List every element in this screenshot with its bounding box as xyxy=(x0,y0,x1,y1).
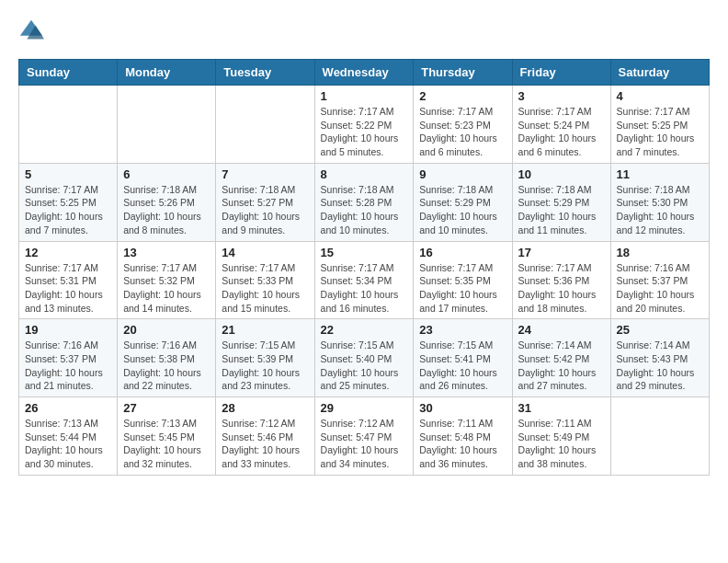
day-number: 9 xyxy=(419,167,506,181)
page-header xyxy=(18,18,710,44)
day-number: 20 xyxy=(123,323,210,337)
day-cell: 6Sunrise: 7:18 AM Sunset: 5:26 PM Daylig… xyxy=(118,163,216,241)
day-info: Sunrise: 7:18 AM Sunset: 5:28 PM Dayligh… xyxy=(321,183,408,237)
day-info: Sunrise: 7:15 AM Sunset: 5:41 PM Dayligh… xyxy=(419,339,506,393)
day-cell: 9Sunrise: 7:18 AM Sunset: 5:29 PM Daylig… xyxy=(414,163,512,241)
day-info: Sunrise: 7:11 AM Sunset: 5:48 PM Dayligh… xyxy=(419,417,506,471)
day-info: Sunrise: 7:17 AM Sunset: 5:34 PM Dayligh… xyxy=(321,261,408,316)
day-cell: 10Sunrise: 7:18 AM Sunset: 5:29 PM Dayli… xyxy=(512,163,610,241)
day-number: 15 xyxy=(321,246,408,259)
day-cell: 22Sunrise: 7:15 AM Sunset: 5:40 PM Dayli… xyxy=(314,319,414,397)
weekday-header-thursday: Thursday xyxy=(414,60,512,86)
day-cell: 26Sunrise: 7:13 AM Sunset: 5:44 PM Dayli… xyxy=(19,397,118,476)
day-cell: 21Sunrise: 7:15 AM Sunset: 5:39 PM Dayli… xyxy=(216,319,314,397)
day-info: Sunrise: 7:15 AM Sunset: 5:39 PM Dayligh… xyxy=(222,339,308,393)
day-number: 7 xyxy=(222,167,308,181)
day-number: 14 xyxy=(222,246,308,259)
day-info: Sunrise: 7:17 AM Sunset: 5:31 PM Dayligh… xyxy=(25,261,111,316)
day-info: Sunrise: 7:17 AM Sunset: 5:25 PM Dayligh… xyxy=(617,105,703,159)
day-cell: 20Sunrise: 7:16 AM Sunset: 5:38 PM Dayli… xyxy=(118,319,216,397)
weekday-header-saturday: Saturday xyxy=(610,60,709,86)
day-cell: 18Sunrise: 7:16 AM Sunset: 5:37 PM Dayli… xyxy=(610,241,709,319)
day-cell xyxy=(118,86,216,164)
weekday-header-wednesday: Wednesday xyxy=(314,60,414,86)
day-cell: 8Sunrise: 7:18 AM Sunset: 5:28 PM Daylig… xyxy=(314,163,414,241)
day-cell: 14Sunrise: 7:17 AM Sunset: 5:33 PM Dayli… xyxy=(216,241,314,319)
day-info: Sunrise: 7:17 AM Sunset: 5:35 PM Dayligh… xyxy=(419,261,506,316)
day-info: Sunrise: 7:16 AM Sunset: 5:38 PM Dayligh… xyxy=(123,339,210,393)
day-info: Sunrise: 7:11 AM Sunset: 5:49 PM Dayligh… xyxy=(518,417,605,471)
day-number: 16 xyxy=(419,246,506,259)
day-number: 24 xyxy=(518,323,605,337)
day-number: 21 xyxy=(222,323,308,337)
logo-icon xyxy=(18,18,44,44)
day-number: 17 xyxy=(518,246,605,259)
day-number: 30 xyxy=(419,401,506,415)
day-number: 10 xyxy=(518,167,605,181)
day-info: Sunrise: 7:18 AM Sunset: 5:29 PM Dayligh… xyxy=(518,183,605,237)
day-number: 29 xyxy=(321,401,408,415)
week-row-1: 1Sunrise: 7:17 AM Sunset: 5:22 PM Daylig… xyxy=(19,86,710,164)
weekday-header-sunday: Sunday xyxy=(19,60,118,86)
day-number: 13 xyxy=(123,246,210,259)
day-number: 22 xyxy=(321,323,408,337)
day-info: Sunrise: 7:15 AM Sunset: 5:40 PM Dayligh… xyxy=(321,339,408,393)
day-cell: 7Sunrise: 7:18 AM Sunset: 5:27 PM Daylig… xyxy=(216,163,314,241)
day-number: 2 xyxy=(419,89,506,103)
day-cell xyxy=(19,86,118,164)
day-cell: 5Sunrise: 7:17 AM Sunset: 5:25 PM Daylig… xyxy=(19,163,118,241)
day-cell: 15Sunrise: 7:17 AM Sunset: 5:34 PM Dayli… xyxy=(314,241,414,319)
day-info: Sunrise: 7:13 AM Sunset: 5:45 PM Dayligh… xyxy=(123,417,210,471)
day-info: Sunrise: 7:18 AM Sunset: 5:27 PM Dayligh… xyxy=(222,183,308,237)
day-cell: 19Sunrise: 7:16 AM Sunset: 5:37 PM Dayli… xyxy=(19,319,118,397)
day-info: Sunrise: 7:17 AM Sunset: 5:23 PM Dayligh… xyxy=(419,105,506,159)
day-info: Sunrise: 7:14 AM Sunset: 5:42 PM Dayligh… xyxy=(518,339,605,393)
day-info: Sunrise: 7:17 AM Sunset: 5:22 PM Dayligh… xyxy=(321,105,408,159)
day-cell: 23Sunrise: 7:15 AM Sunset: 5:41 PM Dayli… xyxy=(414,319,512,397)
day-info: Sunrise: 7:14 AM Sunset: 5:43 PM Dayligh… xyxy=(617,339,703,393)
day-number: 28 xyxy=(222,401,308,415)
day-cell: 11Sunrise: 7:18 AM Sunset: 5:30 PM Dayli… xyxy=(610,163,709,241)
day-info: Sunrise: 7:13 AM Sunset: 5:44 PM Dayligh… xyxy=(25,417,111,471)
day-cell: 1Sunrise: 7:17 AM Sunset: 5:22 PM Daylig… xyxy=(314,86,414,164)
day-info: Sunrise: 7:18 AM Sunset: 5:29 PM Dayligh… xyxy=(419,183,506,237)
day-cell: 31Sunrise: 7:11 AM Sunset: 5:49 PM Dayli… xyxy=(512,397,610,476)
day-info: Sunrise: 7:18 AM Sunset: 5:30 PM Dayligh… xyxy=(617,183,703,237)
weekday-header-monday: Monday xyxy=(118,60,216,86)
day-info: Sunrise: 7:16 AM Sunset: 5:37 PM Dayligh… xyxy=(617,261,703,316)
day-number: 27 xyxy=(123,401,210,415)
weekday-header-tuesday: Tuesday xyxy=(216,60,314,86)
day-number: 18 xyxy=(617,246,703,259)
week-row-2: 5Sunrise: 7:17 AM Sunset: 5:25 PM Daylig… xyxy=(19,163,710,241)
week-row-5: 26Sunrise: 7:13 AM Sunset: 5:44 PM Dayli… xyxy=(19,397,710,476)
day-info: Sunrise: 7:17 AM Sunset: 5:36 PM Dayligh… xyxy=(518,261,605,316)
day-number: 25 xyxy=(617,323,703,337)
day-number: 4 xyxy=(617,89,703,103)
day-info: Sunrise: 7:17 AM Sunset: 5:32 PM Dayligh… xyxy=(123,261,210,316)
week-row-3: 12Sunrise: 7:17 AM Sunset: 5:31 PM Dayli… xyxy=(19,241,710,319)
day-info: Sunrise: 7:17 AM Sunset: 5:33 PM Dayligh… xyxy=(222,261,308,316)
weekday-header-friday: Friday xyxy=(512,60,610,86)
day-cell: 3Sunrise: 7:17 AM Sunset: 5:24 PM Daylig… xyxy=(512,86,610,164)
day-number: 23 xyxy=(419,323,506,337)
day-info: Sunrise: 7:17 AM Sunset: 5:25 PM Dayligh… xyxy=(25,183,111,237)
day-number: 11 xyxy=(617,167,703,181)
day-cell: 30Sunrise: 7:11 AM Sunset: 5:48 PM Dayli… xyxy=(414,397,512,476)
weekday-header-row: SundayMondayTuesdayWednesdayThursdayFrid… xyxy=(19,60,710,86)
day-info: Sunrise: 7:18 AM Sunset: 5:26 PM Dayligh… xyxy=(123,183,210,237)
day-cell: 29Sunrise: 7:12 AM Sunset: 5:47 PM Dayli… xyxy=(314,397,414,476)
logo xyxy=(18,18,48,44)
day-number: 5 xyxy=(25,167,111,181)
day-cell: 16Sunrise: 7:17 AM Sunset: 5:35 PM Dayli… xyxy=(414,241,512,319)
day-cell: 28Sunrise: 7:12 AM Sunset: 5:46 PM Dayli… xyxy=(216,397,314,476)
day-cell: 2Sunrise: 7:17 AM Sunset: 5:23 PM Daylig… xyxy=(414,86,512,164)
day-info: Sunrise: 7:12 AM Sunset: 5:47 PM Dayligh… xyxy=(321,417,408,471)
day-number: 3 xyxy=(518,89,605,103)
day-number: 8 xyxy=(321,167,408,181)
day-cell: 12Sunrise: 7:17 AM Sunset: 5:31 PM Dayli… xyxy=(19,241,118,319)
day-cell xyxy=(610,397,709,476)
day-cell: 4Sunrise: 7:17 AM Sunset: 5:25 PM Daylig… xyxy=(610,86,709,164)
day-number: 12 xyxy=(25,246,111,259)
day-number: 31 xyxy=(518,401,605,415)
day-cell: 27Sunrise: 7:13 AM Sunset: 5:45 PM Dayli… xyxy=(118,397,216,476)
